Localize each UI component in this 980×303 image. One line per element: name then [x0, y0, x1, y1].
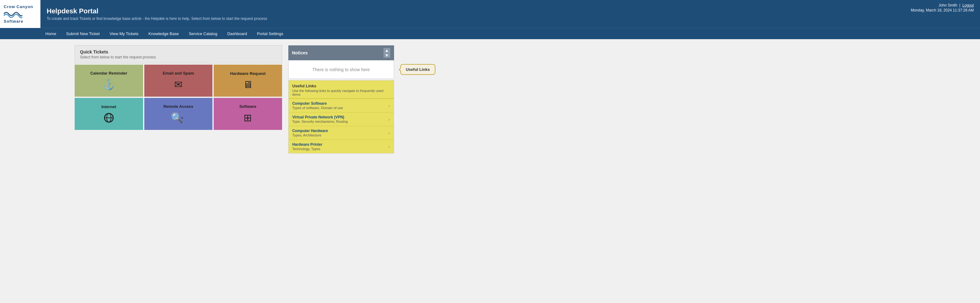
notices-title: Notices [292, 50, 308, 56]
useful-link-item-text: Hardware PrinterTechnology, Types [292, 142, 323, 151]
nav-item-home[interactable]: Home [40, 29, 61, 38]
ticket-card-label: Internet [102, 105, 116, 109]
useful-link-name: Hardware Printer [292, 142, 323, 147]
ticket-card-icon [103, 112, 115, 124]
logo-wave-icon [4, 10, 22, 18]
notices-panel: Notices ▲ ▼ There is nothing to show her… [288, 45, 394, 154]
ticket-card-icon: ⊞ [243, 112, 252, 124]
callout-label: Useful Links [406, 67, 430, 72]
ticket-card-icon: ✉ [174, 79, 183, 90]
useful-link-item-text: Computer HardwareTypes, Architecture [292, 128, 328, 137]
logout-link[interactable]: Logout [962, 3, 974, 8]
logo-block: Crow Canyon Software [4, 4, 33, 24]
chevron-right-icon: › [388, 117, 390, 122]
quick-tickets-header: Quick Tickets Select from below to start… [75, 45, 282, 63]
ticket-card-label: Hardware Request [230, 71, 266, 76]
chevron-right-icon: › [388, 103, 390, 108]
logo-line2: Software [4, 19, 23, 24]
useful-link-name: Computer Hardware [292, 128, 328, 133]
useful-link-item[interactable]: Hardware PrinterTechnology, Types› [289, 140, 394, 153]
tickets-grid: Calendar Reminder⚓Email and Spam✉Hardwar… [75, 65, 282, 130]
useful-links-title: Useful Links [292, 84, 390, 88]
useful-link-item-text: Virtual Private Network (VPN)Type, Secur… [292, 115, 348, 124]
header-title: Helpdesk Portal [47, 7, 898, 15]
ticket-card-software[interactable]: Software⊞ [214, 98, 282, 130]
logo-line1: Crow Canyon [4, 4, 33, 9]
useful-links-section: Useful Links Use the following links to … [288, 80, 394, 154]
useful-link-sub: Types, Architecture [292, 133, 328, 137]
header-datetime: Monday, March 18, 2024 11:37:28 AM [911, 8, 974, 13]
nav-item-submit-new-ticket[interactable]: Submit New Ticket [61, 29, 105, 38]
notices-body: There is nothing to show here [288, 60, 394, 79]
useful-link-item[interactable]: Computer SoftwareTypes of software, Doma… [289, 98, 394, 112]
ticket-card-icon: 🔍+ [171, 112, 186, 124]
chevron-right-icon: › [388, 130, 390, 135]
logo-area: Crow Canyon Software [0, 0, 40, 28]
nav-item-portal-settings[interactable]: Portal Settings [252, 29, 288, 38]
quick-tickets-title: Quick Tickets [80, 49, 277, 54]
user-name-text: John Smith [939, 3, 957, 8]
side-content: Notices ▲ ▼ There is nothing to show her… [288, 45, 436, 154]
ticket-card-remote-access[interactable]: Remote Access🔍+ [144, 98, 213, 130]
nav-item-dashboard[interactable]: Dashboard [223, 29, 252, 38]
header-user: John Smith | Logout Monday, March 18, 20… [904, 0, 980, 28]
header-subtitle: To create and track Tickets or find know… [47, 16, 898, 21]
ticket-card-email-and-spam[interactable]: Email and Spam✉ [144, 65, 213, 97]
notices-header: Notices ▲ ▼ [288, 45, 394, 60]
ticket-card-label: Remote Access [163, 104, 193, 109]
useful-link-item-text: Computer SoftwareTypes of software, Doma… [292, 101, 343, 110]
main-content: Quick Tickets Select from below to start… [0, 39, 436, 160]
ticket-card-label: Email and Spam [163, 71, 194, 76]
useful-link-name: Computer Software [292, 101, 343, 106]
nav-item-view-my-tickets[interactable]: View My Tickets [105, 29, 143, 38]
ticket-card-hardware-request[interactable]: Hardware Request🖥 [214, 65, 282, 97]
notices-empty-message: There is nothing to show here [312, 67, 369, 72]
useful-link-name: Virtual Private Network (VPN) [292, 115, 348, 119]
chevron-right-icon: › [388, 144, 390, 149]
header-main: Helpdesk Portal To create and track Tick… [40, 0, 904, 28]
navbar: HomeSubmit New TicketView My TicketsKnow… [0, 28, 980, 39]
useful-link-sub: Technology, Types [292, 147, 323, 151]
nav-item-knowledge-base[interactable]: Knowledge Base [143, 29, 184, 38]
nav-item-service-catalog[interactable]: Service Catalog [184, 29, 223, 38]
header-username: John Smith | Logout [939, 3, 974, 8]
useful-links-desc: Use the following links to quickly navig… [292, 89, 390, 96]
useful-link-item[interactable]: Computer HardwareTypes, Architecture› [289, 126, 394, 140]
useful-link-sub: Types of software, Domain of use [292, 106, 343, 110]
useful-link-item[interactable]: Virtual Private Network (VPN)Type, Secur… [289, 112, 394, 126]
useful-link-sub: Type, Security mechanisms, Routing [292, 120, 348, 124]
ticket-card-icon: 🖥 [243, 79, 253, 90]
scroll-down-icon: ▼ [385, 53, 389, 58]
header: Crow Canyon Software Helpdesk Portal To … [0, 0, 980, 28]
ticket-card-label: Calendar Reminder [90, 71, 127, 76]
ticket-card-icon: ⚓ [103, 79, 115, 90]
useful-links-callout: Useful Links [400, 64, 436, 75]
ticket-card-label: Software [239, 104, 256, 109]
quick-tickets-subtitle: Select from below to start the request p… [80, 55, 277, 59]
ticket-card-calendar-reminder[interactable]: Calendar Reminder⚓ [75, 65, 143, 97]
quick-tickets-panel: Quick Tickets Select from below to start… [75, 45, 282, 154]
scroll-up-icon: ▲ [385, 48, 389, 53]
useful-links-header: Useful Links Use the following links to … [289, 81, 394, 98]
notices-scroll-buttons[interactable]: ▲ ▼ [383, 48, 390, 58]
useful-links-list: Computer SoftwareTypes of software, Doma… [289, 98, 394, 153]
ticket-card-internet[interactable]: Internet [75, 98, 143, 130]
